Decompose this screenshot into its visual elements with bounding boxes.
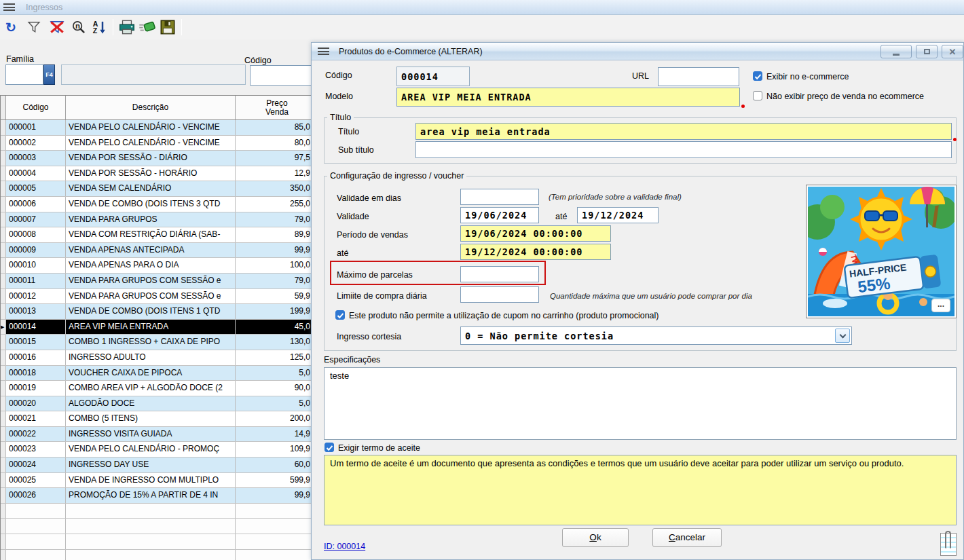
cupom-checkbox[interactable] bbox=[335, 310, 345, 320]
table-row[interactable]: 000026PROMOÇÃO DE 15% A PARTIR DE 4 IN99… bbox=[1, 488, 319, 504]
menu-icon[interactable] bbox=[3, 3, 15, 11]
table-row[interactable]: 000025VENDA DE INGRESSO COM MULTIPLO599,… bbox=[1, 473, 319, 489]
cell-codigo[interactable]: 000005 bbox=[6, 181, 66, 196]
table-row[interactable]: 000010VENDA APENAS PARA O DIA100,0 bbox=[1, 258, 319, 274]
cell-descricao[interactable]: VENDA PARA GRUPOS COM SESSÃO e bbox=[66, 274, 236, 288]
cell-codigo[interactable]: 000009 bbox=[6, 243, 66, 258]
cell-preco[interactable]: 12,9 bbox=[236, 166, 319, 181]
cell-preco[interactable]: 59,9 bbox=[236, 289, 319, 304]
cell-preco[interactable]: 89,9 bbox=[236, 227, 319, 242]
cell-codigo[interactable]: 000012 bbox=[6, 289, 66, 304]
close-button[interactable]: ✕ bbox=[942, 45, 963, 58]
table-row[interactable]: 000008VENDA COM RESTRIÇÃO DIÁRIA (SAB-89… bbox=[1, 227, 319, 243]
dialog-menu-icon[interactable] bbox=[318, 48, 329, 55]
cell-codigo[interactable]: 000019 bbox=[6, 381, 66, 396]
cell-codigo[interactable]: 000008 bbox=[6, 227, 66, 242]
subtitulo-field[interactable] bbox=[415, 141, 952, 158]
table-row[interactable]: 000024INGRESSO DAY USE60,0 bbox=[1, 458, 319, 473]
table-row[interactable]: 000001VENDA PELO CALENDÁRIO - VENCIME85,… bbox=[1, 120, 319, 136]
codigo-filter-input[interactable] bbox=[250, 65, 318, 86]
cell-preco[interactable]: 109,9 bbox=[236, 442, 319, 457]
cell-descricao[interactable]: INGRESSO VISITA GUIADA bbox=[66, 427, 236, 442]
cell-descricao[interactable]: VENDA APENAS PARA O DIA bbox=[66, 258, 236, 273]
cell-descricao[interactable]: VENDA PARA GRUPOS COM SESSÃO e bbox=[66, 289, 236, 304]
table-row[interactable]: 000015COMBO 1 INGRESSO + CAIXA DE PIPO13… bbox=[1, 335, 319, 350]
url-field[interactable] bbox=[658, 67, 739, 86]
cell-descricao[interactable]: VOUCHER CAIXA DE PIPOCA bbox=[66, 366, 236, 381]
restore-button[interactable] bbox=[916, 45, 938, 58]
cell-descricao[interactable]: VENDA DE COMBO (DOIS ITENS 1 QTD bbox=[66, 304, 236, 319]
familia-code-input[interactable] bbox=[5, 64, 43, 85]
cell-descricao[interactable]: ALGODÃO DOCE bbox=[66, 396, 236, 411]
dialog-titlebar[interactable]: Produtos do e-Commerce (ALTERAR) bbox=[312, 43, 963, 60]
cell-codigo[interactable]: 000024 bbox=[6, 458, 66, 472]
cell-descricao[interactable]: COMBO (5 ITENS) bbox=[66, 411, 236, 426]
cell-codigo[interactable]: 000002 bbox=[6, 136, 66, 151]
table-row[interactable]: 000005VENDA SEM CALENDÁRIO350,0 bbox=[1, 181, 319, 197]
attachment-icon[interactable] bbox=[940, 533, 957, 556]
cell-preco[interactable]: 99,9 bbox=[236, 243, 319, 258]
header-preco-venda[interactable]: Preço Venda bbox=[236, 96, 319, 119]
especificacoes-textarea[interactable]: teste bbox=[324, 367, 957, 440]
cell-codigo[interactable]: 000001 bbox=[6, 120, 66, 135]
cell-preco[interactable]: 199,9 bbox=[236, 304, 319, 319]
cell-codigo[interactable]: 000011 bbox=[6, 274, 66, 288]
cell-codigo[interactable]: 000026 bbox=[6, 488, 66, 503]
cell-preco[interactable]: 80,0 bbox=[236, 136, 319, 151]
cell-preco[interactable]: 45,0 bbox=[236, 320, 319, 335]
table-row[interactable]: ▶000014AREA VIP MEIA ENTRADA45,0 bbox=[1, 320, 319, 335]
modelo-field[interactable]: AREA VIP MEIA ENTRADA bbox=[396, 88, 740, 107]
ok-button[interactable]: Ok bbox=[562, 528, 629, 547]
cell-descricao[interactable]: VENDA DE COMBO (DOIS ITENS 3 QTD bbox=[66, 197, 236, 212]
record-id-link[interactable]: ID: 000014 bbox=[324, 542, 365, 551]
cell-descricao[interactable]: VENDA PARA GRUPOS bbox=[66, 212, 236, 227]
table-row[interactable]: 000007VENDA PARA GRUPOS79,0 bbox=[1, 212, 319, 228]
cell-descricao[interactable]: INGRESSO DAY USE bbox=[66, 458, 236, 472]
table-row[interactable]: 000003VENDA POR SESSÃO - DIÁRIO97,5 bbox=[1, 151, 319, 166]
cell-descricao[interactable]: VENDA PELO CALENDÁRIO - PROMOÇ bbox=[66, 442, 236, 457]
cell-descricao[interactable]: VENDA PELO CALENDÁRIO - VENCIME bbox=[66, 136, 236, 151]
cell-codigo[interactable]: 000003 bbox=[6, 151, 66, 166]
header-codigo[interactable]: Código bbox=[6, 96, 66, 119]
exigir-termo-checkbox[interactable] bbox=[325, 443, 334, 452]
cell-descricao[interactable]: COMBO 1 INGRESSO + CAIXA DE PIPO bbox=[66, 335, 236, 350]
cell-preco[interactable]: 125,0 bbox=[236, 350, 319, 365]
cell-preco[interactable]: 5,0 bbox=[236, 396, 319, 411]
cell-codigo[interactable]: 000010 bbox=[6, 258, 66, 273]
table-row[interactable]: 000009VENDA APENAS ANTECIPADA99,9 bbox=[1, 243, 319, 259]
periodo-vendas-field[interactable]: 19/06/2024 00:00:00 bbox=[460, 225, 611, 242]
max-parcelas-field[interactable] bbox=[460, 266, 539, 282]
filter-button[interactable] bbox=[24, 18, 43, 37]
validade-de-field[interactable]: 19/06/2024 bbox=[460, 207, 539, 223]
cell-descricao[interactable]: COMBO AREA VIP + ALGODÃO DOCE (2 bbox=[66, 381, 236, 396]
table-row[interactable]: 000020ALGODÃO DOCE5,0 bbox=[1, 396, 319, 412]
titulo-field[interactable]: area vip meia entrada bbox=[415, 123, 952, 140]
cell-codigo[interactable]: 000006 bbox=[6, 197, 66, 212]
cell-descricao[interactable]: VENDA POR SESSÃO - HORÁRIO bbox=[66, 166, 236, 181]
nao-exibir-preco-checkbox[interactable] bbox=[753, 91, 762, 100]
cell-preco[interactable]: 97,5 bbox=[236, 151, 319, 166]
cell-preco[interactable]: 255,0 bbox=[236, 197, 319, 212]
cell-codigo[interactable]: 000016 bbox=[6, 350, 66, 365]
cell-preco[interactable]: 599,9 bbox=[236, 473, 319, 488]
table-row[interactable]: 000013VENDA DE COMBO (DOIS ITENS 1 QTD19… bbox=[1, 304, 319, 320]
table-row[interactable]: 000021COMBO (5 ITENS)200,0 bbox=[1, 411, 319, 427]
cell-preco[interactable]: 85,0 bbox=[236, 120, 319, 135]
sort-button[interactable]: A Z bbox=[90, 18, 109, 37]
header-descricao[interactable]: Descrição bbox=[66, 96, 236, 119]
cell-descricao[interactable]: VENDA COM RESTRIÇÃO DIÁRIA (SAB- bbox=[66, 227, 236, 242]
validade-ate-field[interactable]: 19/12/2024 bbox=[577, 207, 659, 223]
cell-preco[interactable]: 100,0 bbox=[236, 258, 319, 273]
f4-lookup-button[interactable]: F4 bbox=[43, 64, 55, 85]
limite-compra-field[interactable] bbox=[460, 286, 539, 303]
cell-preco[interactable]: 60,0 bbox=[236, 458, 319, 472]
cell-descricao[interactable]: VENDA SEM CALENDÁRIO bbox=[66, 181, 236, 196]
cell-codigo[interactable]: 000014 bbox=[6, 320, 66, 335]
periodo-ate-field[interactable]: 19/12/2024 00:00:00 bbox=[460, 244, 611, 260]
cell-descricao[interactable]: VENDA PELO CALENDÁRIO - VENCIME bbox=[66, 120, 236, 135]
export-button[interactable] bbox=[138, 18, 157, 37]
table-row[interactable]: 000018VOUCHER CAIXA DE PIPOCA5,0 bbox=[1, 366, 319, 381]
cell-preco[interactable]: 79,0 bbox=[236, 212, 319, 227]
cell-codigo[interactable]: 000004 bbox=[6, 166, 66, 181]
cell-codigo[interactable]: 000018 bbox=[6, 366, 66, 381]
